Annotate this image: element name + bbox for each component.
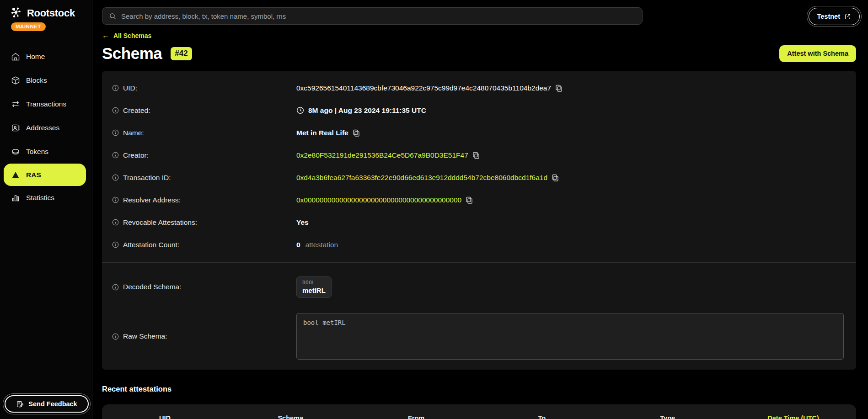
sidebar-item-addresses[interactable]: Addresses <box>0 116 92 140</box>
attest-with-schema-button[interactable]: Attest with Schema <box>779 45 856 62</box>
name-label: Name: <box>123 129 144 137</box>
sidebar-item-label: Statistics <box>26 194 54 202</box>
copy-icon[interactable] <box>353 129 360 137</box>
copy-icon[interactable] <box>472 152 480 159</box>
name-value-group: Met in Real Life <box>296 129 856 137</box>
created-value-group: 8M ago | Aug 23 2024 19:11:35 UTC <box>296 106 856 115</box>
info-icon <box>112 107 119 114</box>
name-label-group: Name: <box>112 129 296 137</box>
table-header-uid[interactable]: UID <box>102 414 228 419</box>
recent-attestations-table: UID Schema From To Type Date Time (UTC) <box>102 404 856 419</box>
sidebar-item-label: Tokens <box>26 148 48 156</box>
sidebar-item-blocks[interactable]: Blocks <box>0 69 92 92</box>
creator-label-group: Creator: <box>112 151 296 159</box>
rootstock-logo-icon <box>10 6 24 20</box>
name-value: Met in Real Life <box>296 129 348 137</box>
send-feedback-label: Send Feedback <box>28 400 77 408</box>
attestation-count-label: Attestation Count: <box>123 241 179 249</box>
detail-row-created: Created: 8M ago | Aug 23 2024 19:11:35 U… <box>102 99 856 122</box>
detail-row-decoded-schema: Decoded Schema: BOOL metIRL <box>102 267 856 307</box>
uid-value-group: 0xc59265615401143689cbfe73046a922c975c99… <box>296 84 856 92</box>
creator-address-link[interactable]: 0x2e80F532191de291536B24Ce5D67a9B0D3E51F… <box>296 151 468 159</box>
search-input[interactable] <box>121 12 636 20</box>
title-row: Schema #42 Attest with Schema <box>102 44 856 63</box>
info-icon <box>112 129 119 136</box>
revocable-label-group: Revocable Attestations: <box>112 218 296 227</box>
home-icon <box>11 52 20 61</box>
arrows-icon <box>11 100 20 109</box>
detail-row-attestation-count: Attestation Count: 0 attestation <box>102 233 856 256</box>
attestation-count-link[interactable]: attestation <box>305 241 338 249</box>
sidebar: Rootstock MAINNET Home Blocks Transactio… <box>0 0 92 419</box>
resolver-address-label: Resolver Address: <box>123 196 181 204</box>
detail-row-transaction-id: Transaction ID: 0xd4a3b6fea627fa63363fe2… <box>102 166 856 189</box>
schema-id-badge: #42 <box>171 47 192 60</box>
triangle-icon <box>11 170 20 180</box>
sidebar-item-home[interactable]: Home <box>0 45 92 69</box>
brand-logo[interactable]: Rootstock <box>10 6 92 20</box>
raw-schema-label-group: Raw Schema: <box>112 332 296 340</box>
table-header-row: UID Schema From To Type Date Time (UTC) <box>102 414 856 419</box>
sidebar-item-tokens[interactable]: Tokens <box>0 140 92 164</box>
decoded-schema-label: Decoded Schema: <box>123 283 182 291</box>
testnet-label: Testnet <box>817 13 841 20</box>
resolver-address-value-group: 0x00000000000000000000000000000000000000… <box>296 196 856 204</box>
info-icon <box>112 196 119 203</box>
sidebar-item-label: Home <box>26 53 45 61</box>
copy-icon[interactable] <box>466 196 473 204</box>
bar-chart-icon <box>11 193 20 202</box>
table-header-schema[interactable]: Schema <box>228 414 354 419</box>
transaction-id-label: Transaction ID: <box>123 174 171 182</box>
transaction-id-label-group: Transaction ID: <box>112 174 296 182</box>
info-icon <box>112 284 119 291</box>
table-header-datetime[interactable]: Date Time (UTC) <box>730 414 856 419</box>
copy-icon[interactable] <box>555 85 563 92</box>
copy-icon[interactable] <box>552 174 559 181</box>
info-icon <box>112 174 119 181</box>
sidebar-nav: Home Blocks Transactions Addresses Token… <box>0 45 92 210</box>
topbar: Testnet <box>92 0 868 25</box>
external-link-icon <box>844 13 851 20</box>
created-value: 8M ago | Aug 23 2024 19:11:35 UTC <box>308 106 426 115</box>
table-header-from[interactable]: From <box>354 414 479 419</box>
back-link-label: All Schemas <box>113 32 151 39</box>
back-arrow-icon: ← <box>102 32 109 40</box>
attestation-count-value: 0 <box>296 241 300 249</box>
raw-schema-textarea[interactable]: bool metIRL <box>296 313 844 360</box>
info-icon <box>112 241 119 248</box>
table-header-type[interactable]: Type <box>605 414 730 419</box>
back-to-all-schemas-link[interactable]: ← All Schemas <box>102 32 151 40</box>
detail-row-name: Name: Met in Real Life <box>102 122 856 144</box>
sidebar-item-statistics[interactable]: Statistics <box>0 186 92 210</box>
card-divider <box>102 262 856 263</box>
table-header-to[interactable]: To <box>479 414 605 419</box>
sidebar-item-ras[interactable]: RAS <box>4 164 86 186</box>
cube-icon <box>11 76 20 85</box>
recent-attestations-heading: Recent attestations <box>102 385 856 393</box>
decoded-schema-value-group: BOOL metIRL <box>296 276 856 298</box>
testnet-button[interactable]: Testnet <box>809 8 860 25</box>
sidebar-item-label: Transactions <box>26 100 66 108</box>
network-badge: MAINNET <box>11 22 46 31</box>
revocable-label: Revocable Attestations: <box>123 218 197 227</box>
detail-row-revocable: Revocable Attestations: Yes <box>102 211 856 233</box>
search-icon <box>109 12 117 20</box>
sidebar-item-transactions[interactable]: Transactions <box>0 92 92 116</box>
coin-icon <box>11 147 20 156</box>
creator-value-group: 0x2e80F532191de291536B24Ce5D67a9B0D3E51F… <box>296 151 856 159</box>
info-icon <box>112 152 119 159</box>
resolver-address-label-group: Resolver Address: <box>112 196 296 204</box>
revocable-value: Yes <box>296 218 309 227</box>
schema-details-card: UID: 0xc59265615401143689cbfe73046a922c9… <box>102 71 856 370</box>
attestation-count-value-group: 0 attestation <box>296 241 856 249</box>
created-label-group: Created: <box>112 106 296 115</box>
creator-label: Creator: <box>123 151 149 159</box>
contact-card-icon <box>11 123 20 133</box>
app-window: Rootstock MAINNET Home Blocks Transactio… <box>0 0 868 419</box>
info-icon <box>112 219 119 226</box>
sidebar-item-label: Addresses <box>26 124 59 132</box>
transaction-id-link[interactable]: 0xd4a3b6fea627fa63363fe22e90d66ed613e912… <box>296 174 547 182</box>
revocable-value-group: Yes <box>296 218 856 227</box>
send-feedback-button[interactable]: Send Feedback <box>5 395 89 413</box>
resolver-address-link[interactable]: 0x00000000000000000000000000000000000000… <box>296 196 461 204</box>
